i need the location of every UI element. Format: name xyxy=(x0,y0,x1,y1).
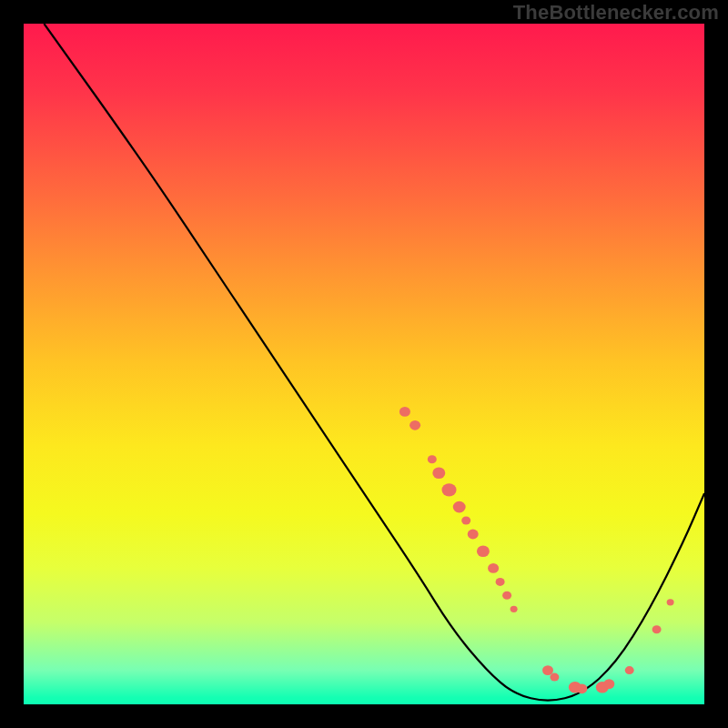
data-dot xyxy=(550,673,559,682)
data-dot xyxy=(652,625,662,633)
data-dot xyxy=(468,530,479,540)
data-dot xyxy=(542,665,553,675)
chart-svg xyxy=(24,24,704,704)
data-dot xyxy=(399,407,410,417)
data-dot xyxy=(603,679,614,689)
data-dot xyxy=(428,455,437,463)
data-dot xyxy=(667,599,674,605)
dots-group xyxy=(399,407,674,693)
data-dot xyxy=(496,578,505,586)
chart-stage: TheBottlenecker.com xyxy=(0,0,728,728)
data-dot xyxy=(410,420,420,430)
data-dot xyxy=(576,683,587,693)
data-dot xyxy=(625,666,634,674)
data-dot xyxy=(502,592,511,600)
plot-area xyxy=(24,24,704,704)
data-dot xyxy=(453,501,466,513)
data-dot xyxy=(432,467,445,479)
data-dot xyxy=(461,517,470,525)
data-dot xyxy=(511,606,518,612)
attribution-text: TheBottlenecker.com xyxy=(513,1,719,25)
bottleneck-curve xyxy=(44,24,704,701)
data-dot xyxy=(488,563,499,573)
data-dot xyxy=(442,483,457,496)
data-dot xyxy=(477,545,490,557)
